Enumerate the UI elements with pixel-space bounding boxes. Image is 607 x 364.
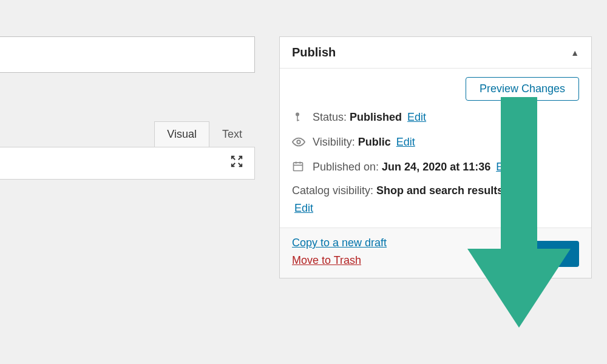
catalog-visibility-edit-link[interactable]: Edit — [294, 200, 579, 217]
key-icon — [292, 110, 305, 127]
visibility-edit-link[interactable]: Edit — [396, 136, 415, 148]
status-row: Status: Published Edit — [292, 109, 579, 127]
collapse-toggle-icon[interactable]: ▲ — [571, 48, 579, 58]
copy-to-new-draft-link[interactable]: Copy to a new draft — [292, 237, 387, 249]
update-button[interactable]: Update — [511, 241, 580, 267]
visibility-row: Visibility: Public Edit — [292, 134, 579, 152]
visibility-value: Public — [358, 136, 391, 148]
catalog-visibility-label: Catalog visibility: — [292, 184, 373, 197]
visibility-label: Visibility: — [313, 136, 355, 148]
published-on-edit-link[interactable]: Edit — [496, 161, 515, 173]
status-value: Published — [350, 111, 402, 123]
published-on-label: Published on: — [313, 161, 379, 173]
move-to-trash-link[interactable]: Move to Trash — [292, 254, 387, 267]
publish-header[interactable]: Publish ▲ — [280, 37, 591, 69]
publish-heading: Publish — [292, 46, 336, 59]
svg-rect-8 — [294, 163, 303, 170]
publish-footer: Copy to a new draft Move to Trash Update — [280, 228, 591, 278]
calendar-icon — [292, 160, 305, 175]
publish-metabox: Publish ▲ Preview Changes Status: Publis… — [279, 36, 592, 278]
preview-changes-button[interactable]: Preview Changes — [466, 77, 579, 101]
status-label: Status: — [313, 111, 347, 123]
svg-rect-6 — [297, 120, 299, 121]
editor-panel: Visual Text — [0, 36, 255, 180]
fullscreen-icon[interactable] — [230, 155, 243, 172]
published-on-row: Published on: Jun 24, 2020 at 11:36 Edit — [292, 159, 579, 175]
editor-tabs: Visual Text — [0, 121, 255, 147]
editor-toolbar — [0, 147, 255, 180]
svg-point-4 — [296, 113, 299, 116]
tab-visual[interactable]: Visual — [154, 121, 209, 147]
post-title-input[interactable] — [0, 36, 255, 73]
catalog-visibility-row: Catalog visibility: Shop and search resu… — [292, 183, 579, 217]
catalog-visibility-value: Shop and search results — [376, 184, 503, 197]
published-on-value: Jun 24, 2020 at 11:36 — [382, 161, 490, 173]
publish-body: Preview Changes Status: Published Edit V… — [280, 69, 591, 228]
status-edit-link[interactable]: Edit — [407, 111, 426, 123]
eye-icon — [292, 135, 305, 152]
tab-text[interactable]: Text — [209, 121, 255, 147]
svg-point-7 — [297, 140, 300, 144]
